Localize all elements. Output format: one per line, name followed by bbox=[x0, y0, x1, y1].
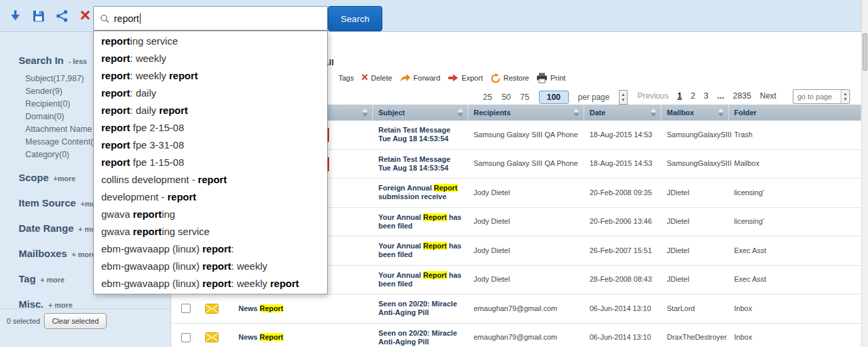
export-button[interactable]: Export bbox=[448, 73, 483, 83]
download-icon bbox=[9, 9, 22, 23]
highlighted-term: Report bbox=[423, 242, 446, 250]
cell-mailbox: DraxTheDestroyer bbox=[661, 324, 729, 347]
row-checkbox[interactable] bbox=[181, 333, 191, 342]
row-checkbox[interactable] bbox=[181, 304, 191, 313]
sidebar-section-toggle[interactable]: - less bbox=[69, 57, 87, 65]
previous-page-link[interactable]: Previous bbox=[638, 91, 669, 101]
sidebar-section-label: Item Source bbox=[19, 197, 76, 208]
cell-mailbox: JDietel bbox=[661, 266, 729, 294]
share-button[interactable] bbox=[55, 9, 69, 23]
share-icon bbox=[55, 9, 69, 23]
search-button[interactable]: Search bbox=[328, 6, 382, 31]
search-input[interactable]: report bbox=[93, 6, 328, 31]
print-button[interactable]: Print bbox=[536, 73, 566, 83]
search-suggestion[interactable]: report: daily bbox=[94, 85, 327, 102]
page-link-2[interactable]: 2 bbox=[691, 91, 695, 101]
goto-page-control: go to page bbox=[793, 89, 850, 104]
page-link-1[interactable]: 1 bbox=[677, 91, 682, 101]
cell-subject: Retain Test Message Tue Aug 18 14:53:54 bbox=[373, 121, 468, 149]
page-size-50[interactable]: 50 bbox=[502, 93, 511, 102]
search-suggestion[interactable]: report: weekly bbox=[94, 50, 327, 67]
cell-folder: licensing' bbox=[729, 178, 861, 207]
page-ellipsis: ... bbox=[717, 91, 724, 101]
sidebar-section-toggle[interactable]: + more bbox=[41, 276, 65, 284]
vertical-scrollbar[interactable] bbox=[861, 0, 868, 347]
cell-subject: Foreign Annual Report submission receive bbox=[373, 178, 468, 207]
search-suggestion[interactable]: gwava reporting bbox=[94, 206, 327, 223]
goto-page-input[interactable]: go to page bbox=[793, 89, 850, 104]
header-date-column[interactable]: Date bbox=[584, 105, 661, 121]
page-size-75[interactable]: 75 bbox=[520, 93, 530, 102]
delete-result-button[interactable]: Delete bbox=[361, 73, 392, 83]
export-icon bbox=[448, 73, 459, 83]
sort-arrows-icon bbox=[718, 109, 723, 117]
search-suggestion[interactable]: report: weekly report bbox=[94, 67, 327, 85]
sidebar-section-toggle[interactable]: + more bbox=[72, 250, 96, 258]
cell-folder: Mailbox bbox=[729, 150, 861, 178]
search-suggestion[interactable]: gwava reporting service bbox=[94, 223, 327, 240]
tags-button[interactable]: Tags bbox=[338, 74, 354, 82]
restore-button[interactable]: Restore bbox=[490, 73, 530, 83]
header-recipients-column[interactable]: Recipients bbox=[468, 105, 584, 121]
envelope-icon bbox=[205, 304, 218, 314]
search-suggestion[interactable]: report fpe 2-15-08 bbox=[94, 119, 327, 137]
clear-selected-button[interactable]: Clear selected bbox=[44, 313, 107, 329]
cell-subject: Your Annual Report has been filed bbox=[373, 208, 468, 236]
search-suggestion[interactable]: development - report bbox=[94, 188, 327, 206]
search-suggestion[interactable]: report: daily report bbox=[94, 102, 327, 119]
page-size-selected[interactable]: 100 bbox=[539, 91, 569, 104]
cell-mailbox: StarLord bbox=[661, 294, 729, 323]
table-row[interactable]: News ReportSeen on 20/20: Miracle Anti-A… bbox=[171, 324, 861, 347]
search-suggestions-dropdown: reporting servicereport: weeklyreport: w… bbox=[93, 31, 328, 294]
search-suggestion[interactable]: ebm-gwavaapp (linux) report: weekly repo… bbox=[94, 275, 327, 292]
search-suggestion[interactable]: reporting service bbox=[94, 33, 327, 50]
sidebar-section-toggle[interactable]: +more bbox=[53, 174, 75, 182]
page-link-3[interactable]: 3 bbox=[704, 91, 709, 101]
sort-arrows-icon bbox=[651, 109, 656, 117]
forward-button[interactable]: Forward bbox=[400, 73, 440, 83]
cell-subject: Retain Test Message Tue Aug 18 14:53:54 bbox=[373, 150, 468, 178]
highlighted-term: Report bbox=[260, 333, 283, 341]
search-query-text: report bbox=[114, 13, 139, 24]
results-toolbar: Tags Delete Forward Export Restore Print bbox=[338, 73, 566, 83]
cell-from: News Report bbox=[233, 324, 373, 347]
next-page-link[interactable]: Next bbox=[760, 91, 777, 101]
cell-mailbox: JDietel bbox=[661, 236, 729, 265]
delete-icon bbox=[80, 9, 91, 24]
search-suggestion[interactable]: collins development - report bbox=[94, 171, 327, 188]
selected-count-label: 0 selected bbox=[7, 317, 40, 325]
search-suggestion[interactable]: report fpe 1-15-08 bbox=[94, 154, 327, 171]
per-page-stepper[interactable] bbox=[619, 90, 628, 105]
download-button[interactable] bbox=[8, 9, 23, 23]
header-subject-column[interactable]: Subject bbox=[373, 105, 468, 121]
cell-date: 18-Aug-2015 14:53 bbox=[584, 121, 661, 149]
cell-recipients: Jody Dietel bbox=[468, 208, 584, 236]
search-suggestion[interactable]: report fpe 3-31-08 bbox=[94, 137, 327, 154]
cell-date: 06-Jun-2014 13:10 bbox=[584, 324, 661, 347]
cell-checkbox bbox=[171, 294, 200, 323]
cell-subject: Seen on 20/20: Miracle Anti-Aging Pill bbox=[373, 324, 468, 347]
scrollbar-thumb[interactable] bbox=[863, 33, 867, 71]
page-link-last[interactable]: 2835 bbox=[733, 91, 751, 101]
page-size-25[interactable]: 25 bbox=[483, 93, 492, 102]
cell-item-type bbox=[200, 294, 233, 323]
save-button[interactable] bbox=[31, 9, 46, 23]
search-suggestion[interactable]: ebm-gwavaapp (linux) report: weekly bbox=[94, 258, 327, 275]
goto-page-placeholder: go to page bbox=[793, 93, 841, 101]
cell-date: 06-Jun-2014 13:10 bbox=[584, 294, 661, 323]
highlighted-term: Report bbox=[434, 184, 457, 192]
per-page-label: per page bbox=[578, 93, 610, 102]
top-toolbar: report Search bbox=[0, 0, 868, 32]
header-mailbox-column[interactable]: Mailbox bbox=[661, 105, 729, 121]
cell-item-type bbox=[200, 324, 233, 347]
delete-icon bbox=[361, 73, 368, 83]
search-suggestion[interactable]: ebm-gwavaapp (linux) report: bbox=[94, 240, 327, 258]
page-size-selector: 25 50 75 100 per page bbox=[483, 90, 628, 105]
header-folder-column[interactable]: Folder bbox=[729, 105, 861, 121]
goto-page-stepper[interactable] bbox=[841, 90, 849, 103]
table-row[interactable]: News ReportSeen on 20/20: Miracle Anti-A… bbox=[171, 294, 861, 324]
delete-button[interactable] bbox=[78, 9, 93, 23]
cell-folder: Exec Asst bbox=[729, 266, 861, 294]
cell-from: News Report bbox=[233, 294, 373, 323]
cell-date: 20-Feb-2006 13:46 bbox=[584, 208, 661, 236]
